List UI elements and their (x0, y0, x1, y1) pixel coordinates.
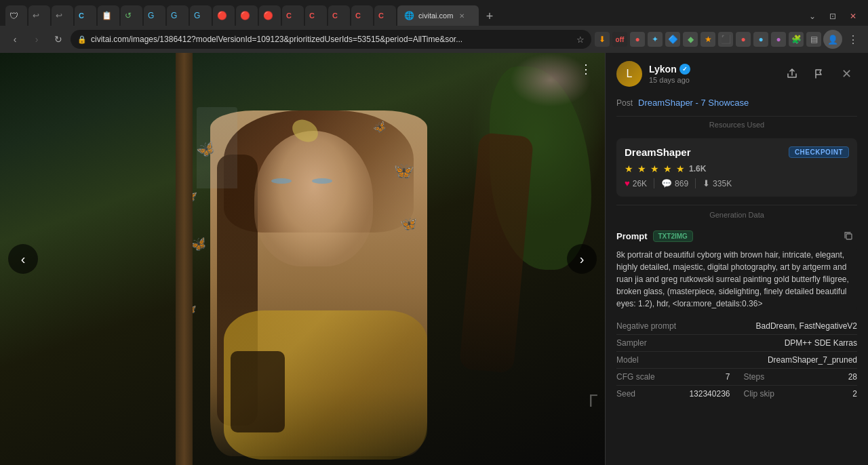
menu-button[interactable]: ⋮ (844, 30, 863, 49)
browser-chrome: 🛡 ↩ ↩ C 📋 ↺ G G G 🔴 🔴 (0, 0, 868, 53)
seed-sub: Seed 132340236 (616, 389, 730, 399)
lock-icon: 🔒 (77, 35, 87, 44)
tab-2[interactable]: ↩ (28, 5, 50, 26)
watermark: Γ (589, 392, 598, 411)
close-panel-button[interactable]: ✕ (835, 63, 857, 85)
tab-5[interactable]: 📋 (98, 5, 119, 26)
tab-12[interactable]: 🔴 (259, 5, 281, 26)
ext-7[interactable]: ⬛ (718, 32, 733, 47)
ext-5[interactable]: ◆ (683, 32, 698, 47)
stars-row: ★ ★ ★ ★ ★ 1.6K (625, 163, 849, 174)
url-bar[interactable]: 🔒 civitai.com/images/1386412?modelVersio… (71, 30, 591, 49)
star-5: ★ (676, 163, 685, 174)
image-more-button[interactable]: ⋮ (576, 60, 595, 79)
model-key: Model (616, 355, 691, 365)
tab-6[interactable]: ↺ (121, 5, 142, 26)
back-button[interactable]: ‹ (5, 30, 24, 49)
bookmark-icon[interactable]: ☆ (576, 35, 585, 45)
share-button[interactable] (781, 63, 803, 85)
forward-button[interactable]: › (27, 30, 46, 49)
verified-badge: ✓ (679, 64, 690, 75)
star-2: ★ (637, 163, 646, 174)
checkpoint-badge: CHECKPOINT (789, 146, 849, 158)
tab-17[interactable]: C (374, 5, 396, 26)
new-tab-button[interactable]: + (480, 7, 499, 26)
user-avatar[interactable]: L (616, 61, 642, 87)
post-link[interactable]: DreamShaper - 7 Showcase (638, 98, 749, 108)
post-section: Post DreamShaper - 7 Showcase (606, 95, 868, 116)
tab-11[interactable]: 🔴 (236, 5, 258, 26)
cfg-steps-group: CFG scale 7 Steps 28 (616, 372, 857, 382)
main-content: ⋮ 🦋 (0, 53, 868, 465)
sampler-value: DPM++ SDE Karras (691, 338, 857, 348)
ext-sidebar[interactable]: ▤ (806, 32, 821, 47)
tab-bar: 🛡 ↩ ↩ C 📋 ↺ G G G 🔴 🔴 (0, 0, 868, 26)
comments-count: 869 (675, 179, 688, 188)
likes-stat: ♥ 26K (625, 178, 654, 188)
prompt-header: Prompt TXT2IMG (616, 227, 857, 245)
tab-4[interactable]: C (75, 5, 96, 26)
heart-icon: ♥ (625, 178, 630, 188)
seed-clipskip-row: Seed 132340236 Clip skip 2 (616, 386, 857, 402)
ext-10[interactable]: ● (771, 32, 786, 47)
downloads-count: 335K (713, 179, 732, 188)
nav-bar: ‹ › ↻ 🔒 civitai.com/images/1386412?model… (0, 26, 868, 53)
negative-prompt-key: Negative prompt (616, 321, 691, 331)
tab-8[interactable]: G (167, 5, 189, 26)
ext-9[interactable]: ● (753, 32, 768, 47)
clip-skip-value: 2 (785, 389, 858, 399)
copy-prompt-button[interactable] (840, 227, 857, 245)
seed-clipskip-group: Seed 132340236 Clip skip 2 (616, 389, 857, 399)
ext-puzzle[interactable]: 🧩 (789, 32, 804, 47)
tab-3[interactable]: ↩ (52, 5, 73, 26)
image-area: ⋮ 🦋 (0, 53, 605, 465)
user-name: Lykon ✓ (649, 64, 774, 75)
restore-btn[interactable]: ⊡ (823, 7, 842, 26)
prev-image-button[interactable]: ‹ (8, 244, 38, 274)
user-info: Lykon ✓ 15 days ago (649, 64, 774, 84)
flag-button[interactable] (808, 63, 830, 85)
prompt-section: Prompt TXT2IMG 8k portrait of beautiful … (606, 222, 868, 315)
generation-data-divider: Generation Data (616, 205, 857, 222)
negative-prompt-row: Negative prompt BadDream, FastNegativeV2 (616, 318, 857, 335)
downloads-stat: ⬇ 335K (696, 178, 738, 188)
panel-actions: ✕ (781, 63, 857, 85)
clip-skip-key: Clip skip (744, 389, 785, 399)
ext-download[interactable]: ⬇ (595, 32, 610, 47)
ext-6[interactable]: ★ (701, 32, 715, 47)
resource-header: DreamShaper CHECKPOINT (625, 146, 849, 158)
svg-rect-0 (846, 234, 852, 239)
sampler-key: Sampler (616, 338, 691, 348)
stats-row: ♥ 26K 💬 869 ⬇ 335K (625, 178, 849, 188)
reload-button[interactable]: ↻ (49, 30, 68, 49)
comments-stat: 💬 869 (654, 178, 696, 188)
clipskip-sub: Clip skip 2 (730, 389, 858, 399)
ext-4[interactable]: 🔷 (665, 32, 680, 47)
seed-value: 132340236 (657, 389, 730, 399)
window-close-btn[interactable]: ✕ (844, 7, 863, 26)
star-3: ★ (650, 163, 659, 174)
ext-2[interactable]: ● (630, 32, 645, 47)
ext-3[interactable]: ✦ (648, 32, 663, 47)
next-image-button[interactable]: › (567, 244, 597, 274)
tab-14[interactable]: C (305, 5, 327, 26)
tab-15[interactable]: C (328, 5, 350, 26)
tab-1[interactable]: 🛡 (5, 5, 27, 26)
resource-name[interactable]: DreamShaper (625, 146, 691, 158)
tab-7[interactable]: G (144, 5, 165, 26)
resources-divider: Resources Used (616, 116, 857, 133)
tab-10[interactable]: 🔴 (213, 5, 235, 26)
tab-active[interactable]: 🌐 civitai.com ✕ (397, 5, 479, 26)
tab-close-btn[interactable]: ✕ (457, 11, 467, 20)
tab-16[interactable]: C (351, 5, 373, 26)
cfg-sub: CFG scale 7 (616, 372, 730, 382)
ext-8[interactable]: ● (736, 32, 751, 47)
tab-13[interactable]: C (282, 5, 304, 26)
profile-button[interactable]: 👤 (823, 30, 842, 49)
resource-card: DreamShaper CHECKPOINT ★ ★ ★ ★ ★ 1.6K ♥ … (616, 138, 857, 197)
nav-actions: ⬇ off ● ✦ 🔷 ◆ ★ ⬛ ● (594, 30, 863, 49)
tab-list-btn[interactable]: ⌄ (803, 7, 822, 26)
cfg-steps-row: CFG scale 7 Steps 28 (616, 369, 857, 386)
tab-9[interactable]: G (190, 5, 212, 26)
ext-1[interactable]: off (612, 32, 627, 47)
